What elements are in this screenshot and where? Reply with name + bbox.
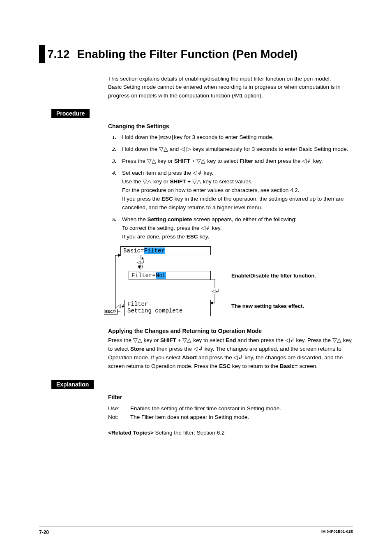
enter-icon: ◁↲ xyxy=(193,170,202,176)
setting-complete: Setting complete xyxy=(148,216,192,222)
filter-row: Not: The Filter item does not appear in … xyxy=(108,413,353,422)
step-text: For the procedure on how to enter values… xyxy=(122,187,300,193)
explanation-label: Explanation xyxy=(51,380,94,389)
shift-key: SHIFT xyxy=(170,178,186,185)
apply-heading: Applying the Changes and Returning to Op… xyxy=(108,327,353,336)
filter-key: Use: xyxy=(108,405,130,413)
step-text: + xyxy=(190,158,196,164)
basic-eq: Basic= xyxy=(280,363,298,369)
svg-text:◁↲: ◁↲ xyxy=(137,259,145,265)
step-number: 1. xyxy=(112,133,116,142)
menu-diagram: ◁↲ ◁↲ ◁↲ Basic=Filter Filter=Not Filter … xyxy=(108,245,363,319)
filter-value: The Filter item does not appear in Setti… xyxy=(130,413,353,422)
down-up-icon: ▽△ xyxy=(147,158,156,164)
step-text: key or xyxy=(156,158,174,164)
procedure-content: Changing the Settings 1. Hold down the M… xyxy=(108,122,353,241)
svg-text:◁↲: ◁↲ xyxy=(212,288,219,294)
down-up-icon: ▽△ xyxy=(182,337,191,343)
step-text: If you press the xyxy=(122,196,161,202)
page-number: 7-20 xyxy=(39,530,49,535)
step-text: Press the xyxy=(122,158,147,164)
down-up-icon: ▽△ xyxy=(192,178,201,185)
esc-key: ESC xyxy=(161,196,173,202)
step-text: key. xyxy=(210,225,222,231)
step-text: keys simultaneously for 3 seconds to ent… xyxy=(191,146,348,152)
step-text: screen appears, do either of the followi… xyxy=(192,216,296,222)
step-5: 5. When the Setting complete screen appe… xyxy=(108,215,353,241)
procedure-label: Procedure xyxy=(51,109,90,118)
page-title: 7.12Enabling the Filter Function (Pen Mo… xyxy=(47,45,297,63)
down-up-icon: ▽△ xyxy=(196,158,205,164)
step-text: + xyxy=(186,178,192,185)
title-number: 7.12 xyxy=(47,48,70,60)
lcd-filter: Filter=Not xyxy=(129,271,211,280)
step-4: 4. Set each item and press the ◁↲ key. U… xyxy=(108,169,353,212)
step-text: key. xyxy=(311,158,323,164)
step-text: key to select xyxy=(205,158,240,164)
annotation-enable-disable: Enable/Disable the filter function. xyxy=(231,273,316,280)
end-word: End xyxy=(226,337,236,343)
step-text: Set each item and press the xyxy=(122,170,193,176)
doc-id: IM 04P02B01-01E xyxy=(321,530,353,535)
step-number: 5. xyxy=(112,215,116,224)
intro-line: Basic Setting mode cannot be entered whe… xyxy=(108,83,353,100)
step-text: and xyxy=(168,146,180,152)
shift-key: SHIFT xyxy=(160,337,176,343)
related-text: Setting the filter: Section 6.2 xyxy=(154,430,225,436)
page-footer: 7-20 IM 04P02B01-01E xyxy=(39,527,353,535)
step-text: If you are done, press the xyxy=(122,234,187,240)
esc-key-icon: ESC/? xyxy=(104,309,118,314)
filter-heading: Filter xyxy=(108,393,353,402)
svg-text:◁↲: ◁↲ xyxy=(117,303,125,309)
step-text: key. xyxy=(198,234,210,240)
filter-row: Use: Enables the setting of the filter t… xyxy=(108,405,353,413)
filter-key: Not: xyxy=(108,413,130,422)
down-up-icon: ▽△ xyxy=(143,178,152,185)
page-title-row: 7.12Enabling the Filter Function (Pen Mo… xyxy=(39,45,353,63)
shift-key: SHIFT xyxy=(174,158,190,164)
apply-text: Press the ▽△ key or SHIFT + ▽△ key to se… xyxy=(108,336,353,371)
step-text: Use the xyxy=(122,178,143,185)
lcd-setting-complete: Filter Setting complete xyxy=(125,300,211,316)
related-topics: <Related Topics> Setting the filter: Sec… xyxy=(108,429,353,437)
step-text: Hold down the xyxy=(122,146,159,152)
enter-icon: ◁↲ xyxy=(201,225,210,231)
title-text: Enabling the Filter Function (Pen Model) xyxy=(77,48,298,60)
intro-line: This section explains details of enablin… xyxy=(108,75,353,83)
down-up-icon: ▽△ xyxy=(133,337,142,343)
steps-list: 1. Hold down the MENU key for 3 seconds … xyxy=(108,133,353,241)
changing-heading: Changing the Settings xyxy=(108,122,353,131)
title-bar xyxy=(39,45,45,63)
menu-key-icon: MENU xyxy=(159,135,173,140)
step-text: key or xyxy=(152,178,170,185)
down-up-icon: ▽△ xyxy=(159,146,168,152)
apply-block: Applying the Changes and Returning to Op… xyxy=(108,327,353,371)
enter-icon: ◁↲ xyxy=(285,337,295,343)
step-text: key to select values. xyxy=(201,178,253,185)
left-right-icon: ◁ ▷ xyxy=(180,146,191,152)
filter-word: Filter xyxy=(240,158,253,164)
step-1: 1. Hold down the MENU key for 3 seconds … xyxy=(108,133,353,142)
related-label: <Related Topics> xyxy=(108,430,154,436)
lcd-basic: Basic=Filter xyxy=(120,246,211,255)
step-text: key. xyxy=(202,170,214,176)
step-number: 2. xyxy=(112,145,116,154)
enter-icon: ◁↲ xyxy=(194,346,203,352)
store-word: Store xyxy=(130,346,145,352)
page: 7.12Enabling the Filter Function (Pen Mo… xyxy=(0,0,392,555)
esc-key: ESC xyxy=(187,234,198,240)
step-text: Hold down the xyxy=(122,134,159,140)
step-3: 3. Press the ▽△ key or SHIFT + ▽△ key to… xyxy=(108,157,353,166)
down-up-icon: ▽△ xyxy=(332,337,341,343)
filter-value: Enables the setting of the filter time c… xyxy=(130,405,353,413)
enter-icon: ◁↲ xyxy=(233,354,243,361)
annotation-new-setting: The new setting takes effect. xyxy=(231,303,304,310)
intro-text: This section explains details of enablin… xyxy=(108,75,353,100)
step-text: When the xyxy=(122,216,148,222)
abort-word: Abort xyxy=(182,354,197,361)
step-text: To correct the setting, press the xyxy=(122,225,201,231)
esc-key: ESC xyxy=(219,363,231,369)
step-number: 4. xyxy=(112,169,116,178)
step-text: and then press the xyxy=(253,158,302,164)
step-text: key for 3 seconds to enter Setting mode. xyxy=(173,134,274,140)
